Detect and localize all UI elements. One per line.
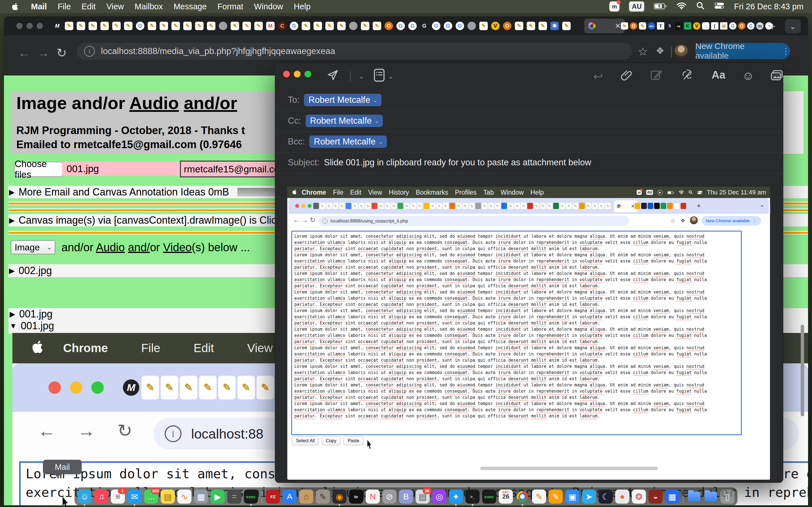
browser-tab[interactable]: ✎	[206, 20, 216, 32]
dock-item-telegram[interactable]: ➤	[582, 490, 596, 504]
dock-item-chrome[interactable]	[515, 490, 529, 504]
close-window-button[interactable]	[16, 23, 22, 29]
browser-tab[interactable]: O	[629, 21, 638, 31]
browser-tab[interactable]: ✱	[549, 20, 560, 32]
browser-tab[interactable]: ✎	[312, 20, 323, 32]
browser-tab[interactable]: ✎	[194, 20, 205, 32]
menu-item-mail[interactable]: Mail	[31, 2, 47, 11]
browser-tab[interactable]: ✎	[538, 20, 548, 32]
browser-tab[interactable]: ✎	[620, 21, 629, 31]
dock-item-mail[interactable]: ✉	[128, 490, 142, 504]
browser-tab[interactable]: V	[693, 21, 701, 31]
browser-tab[interactable]	[218, 20, 229, 32]
dock-item-pencil-app[interactable]: ✎	[532, 490, 546, 504]
dock-item-terminal[interactable]: >_	[465, 490, 479, 504]
browser-tab[interactable]	[466, 20, 477, 32]
dock-item-apple-tv[interactable]: tv	[349, 490, 363, 504]
browser-tab[interactable]: G	[407, 20, 418, 32]
browser-tab[interactable]: G	[728, 21, 737, 31]
apple-menu-icon[interactable]	[12, 2, 19, 11]
dock-item-bbedit[interactable]: B	[399, 490, 413, 504]
select-all-button[interactable]: Select All	[292, 436, 319, 445]
header-options-chevron-icon[interactable]: ⌄	[388, 72, 394, 80]
browser-tab[interactable]: ✎	[64, 20, 74, 32]
dock-item-filezilla[interactable]: FZ	[266, 490, 280, 504]
browser-tab[interactable]: O	[384, 20, 394, 32]
menu-item-message[interactable]: Message	[173, 2, 207, 11]
recipient-pill[interactable]: Robert Metcalfe⌄	[309, 135, 387, 148]
menu-item-edit[interactable]: Edit	[82, 2, 96, 11]
bookmark-star-icon[interactable]: ☆	[638, 45, 648, 58]
extensions-icon[interactable]: ❖	[656, 45, 664, 56]
browser-tab[interactable]: T	[656, 21, 665, 31]
undo-icon[interactable]: ↩	[593, 69, 603, 83]
profile-avatar[interactable]	[674, 45, 688, 58]
browser-tab[interactable]: ✎	[99, 20, 110, 32]
dock-item-firefox[interactable]: ◉	[333, 490, 347, 504]
attach-file-icon[interactable]	[621, 68, 633, 83]
dock-item-drums[interactable]: ◒	[649, 490, 663, 504]
browser-tab[interactable]: O	[502, 20, 513, 32]
writing-tools-icon[interactable]	[680, 68, 694, 82]
menu-bar-clock[interactable]: Fri 26 Dec 8:43 pm	[734, 2, 804, 11]
dock-item-documents-folder[interactable]	[704, 490, 718, 504]
control-center-icon[interactable]	[714, 2, 724, 11]
browser-tab[interactable]: M	[265, 20, 276, 32]
browser-tab[interactable]: M	[52, 20, 63, 32]
new-tab-button[interactable]: +	[767, 21, 778, 32]
battery-icon[interactable]	[654, 2, 667, 11]
active-tab[interactable]: ✕	[584, 18, 625, 33]
dock-item-downloads-folder[interactable]	[687, 490, 701, 504]
menu-item-file[interactable]: File	[57, 2, 71, 11]
browser-tab[interactable]: S	[665, 21, 674, 31]
dock-item-exec-2[interactable]: exec	[482, 490, 496, 504]
close-window-button[interactable]	[283, 71, 290, 77]
browser-tab[interactable]: ✎	[638, 21, 647, 31]
to-field[interactable]: To: Robert Metcalfe⌄	[288, 94, 382, 106]
input-source-badge[interactable]: AU	[629, 1, 644, 11]
browser-tab[interactable]: ✎	[170, 20, 181, 32]
browser-tab[interactable]: G	[419, 20, 430, 32]
browser-tab[interactable]: ✎	[75, 20, 86, 32]
minimize-window-button[interactable]	[27, 23, 33, 29]
browser-tab[interactable]: ✎	[182, 20, 193, 32]
tab-search-button[interactable]: ⌄	[785, 19, 801, 33]
dock-item-calendar[interactable]: 26DEC	[499, 490, 513, 504]
dock-item-facetime[interactable]: ▶	[211, 490, 225, 504]
browser-tab[interactable]: ✎	[147, 20, 157, 32]
browser-tab[interactable]: G	[431, 20, 442, 32]
dock-item-reminders[interactable]: ≡3	[111, 490, 125, 504]
address-bar[interactable]: i localhost:8888/media_via_pb.php?jhfgjh…	[77, 43, 632, 60]
send-button[interactable]	[326, 69, 339, 82]
dock-item-safari[interactable]: ✦	[449, 490, 463, 504]
back-button[interactable]: ←	[18, 46, 31, 60]
disclosure-triangle-icon[interactable]: ▶	[9, 216, 15, 225]
browser-tab[interactable]: V	[490, 20, 501, 32]
forward-button[interactable]: →	[37, 46, 50, 60]
browser-tab[interactable]: G	[289, 20, 299, 32]
dock-item-exec[interactable]: exec	[244, 490, 258, 504]
browser-tab[interactable]: ✎	[514, 20, 524, 32]
photo-options-chevron-icon[interactable]: ⌄	[786, 72, 792, 80]
dock-item-calculator[interactable]: =	[227, 490, 241, 504]
browser-tab[interactable]	[573, 20, 583, 32]
browser-tab[interactable]: [	[711, 21, 719, 31]
browser-tab[interactable]: G	[455, 20, 465, 32]
browser-tab[interactable]: ✎	[158, 20, 169, 32]
status-app-icon[interactable]: m	[609, 1, 619, 11]
browser-tab[interactable]	[348, 20, 359, 32]
browser-tab[interactable]: ≣	[719, 21, 728, 31]
spotlight-search-icon[interactable]	[696, 1, 705, 12]
bcc-field[interactable]: Bcc: Robert Metcalfe⌄	[288, 135, 387, 148]
dock-item-gimp[interactable]: ✎	[316, 490, 330, 504]
disclosure-triangle-icon[interactable]: ▶	[9, 188, 15, 196]
update-chrome-button[interactable]: New Chrome available⋮	[695, 43, 790, 59]
browser-tab[interactable]: abc	[647, 21, 656, 31]
email-input[interactable]: rmetcalfe15@gmail.com	[180, 161, 284, 177]
dock-item-basketball[interactable]: ●	[615, 490, 629, 504]
dock-item-news[interactable]: N	[366, 490, 380, 504]
dock-item-launchpad[interactable]: ▦	[194, 490, 208, 504]
close-tab-icon[interactable]: ✕	[615, 22, 621, 31]
emoji-picker-icon[interactable]: ☺	[742, 69, 754, 82]
browser-tab[interactable]: ✎	[336, 20, 347, 32]
